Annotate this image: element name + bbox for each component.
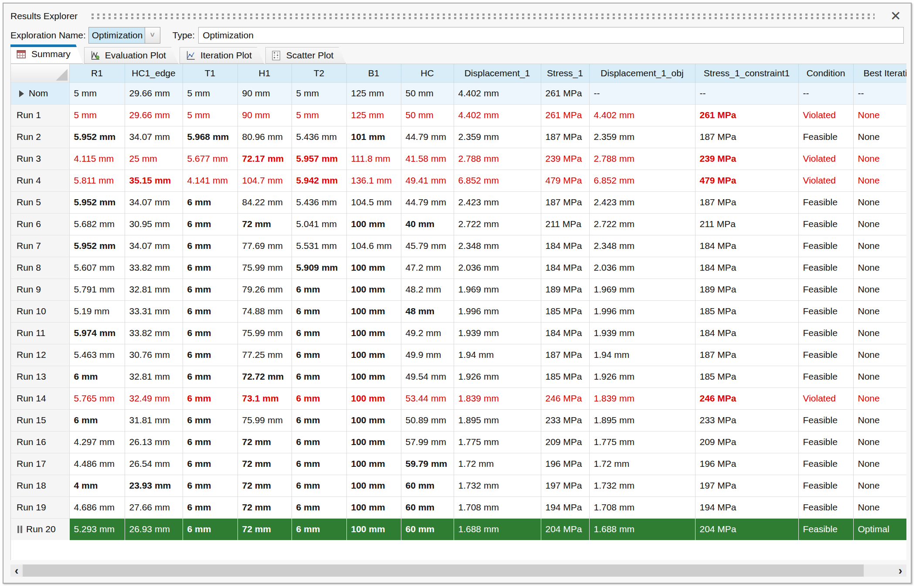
table-cell[interactable]: 4.402 mm [454, 104, 541, 126]
table-cell[interactable]: 84.22 mm [237, 191, 292, 213]
table-cell[interactable]: 72 mm [237, 453, 292, 475]
table-cell[interactable]: 59.79 mm [401, 453, 454, 475]
table-cell[interactable]: 5 mm [183, 104, 237, 126]
table-cell[interactable]: Optimal [853, 518, 906, 540]
table-cell[interactable]: 194 MPa [695, 496, 798, 518]
scroll-left-icon[interactable]: ‹ [10, 564, 23, 577]
table-cell[interactable]: 6 mm [183, 300, 237, 322]
table-cell[interactable]: Feasible [798, 431, 853, 453]
table-cell[interactable]: 6 mm [183, 257, 237, 279]
exploration-name-combobox[interactable]: Optimization ˅ [88, 27, 160, 44]
row-label[interactable]: Run 8 [11, 257, 69, 279]
table-cell[interactable]: 100 mm [346, 431, 401, 453]
table-cell[interactable]: 90 mm [237, 104, 292, 126]
table-cell[interactable]: 1.895 mm [454, 409, 541, 431]
row-label[interactable]: Run 10 [11, 300, 69, 322]
combo-dropdown-button[interactable]: ˅ [145, 27, 160, 43]
table-cell[interactable]: 30.76 mm [125, 344, 183, 366]
column-header-condition[interactable]: Condition [798, 64, 853, 82]
row-label[interactable]: Run 19 [11, 496, 69, 518]
table-cell[interactable]: 5.952 mm [69, 126, 125, 148]
table-cell[interactable]: 5.607 mm [69, 257, 125, 279]
table-cell[interactable]: None [853, 279, 906, 300]
row-label[interactable]: Run 9 [11, 279, 69, 300]
table-cell[interactable]: 6 mm [183, 366, 237, 387]
table-cell[interactable]: 100 mm [346, 475, 401, 496]
table-cell[interactable]: 1.926 mm [589, 366, 695, 387]
type-field[interactable]: Optimization [198, 27, 904, 44]
table-cell[interactable]: 6 mm [183, 475, 237, 496]
column-header-displacement_1_obj[interactable]: Displacement_1_obj [589, 64, 695, 82]
table-cell[interactable]: 77.69 mm [237, 235, 292, 257]
table-cell[interactable]: Feasible [798, 213, 853, 235]
table-row-run-12[interactable]: Run 125.463 mm30.76 mm6 mm77.25 mm6 mm10… [11, 344, 906, 366]
table-cell[interactable]: 6 mm [69, 409, 125, 431]
table-cell[interactable]: 196 MPa [695, 453, 798, 475]
table-cell[interactable]: 479 MPa [541, 170, 589, 191]
table-cell[interactable]: 233 MPa [695, 409, 798, 431]
table-cell[interactable]: 6 mm [183, 387, 237, 409]
table-cell[interactable]: Feasible [798, 279, 853, 300]
table-cell[interactable]: 4.297 mm [69, 431, 125, 453]
table-cell[interactable]: 1.688 mm [589, 518, 695, 540]
table-cell[interactable]: 185 MPa [695, 300, 798, 322]
table-cell[interactable]: 1.708 mm [454, 496, 541, 518]
table-cell[interactable]: 72 mm [237, 213, 292, 235]
table-cell[interactable]: 5.293 mm [69, 518, 125, 540]
table-cell[interactable]: 74.88 mm [237, 300, 292, 322]
table-cell[interactable]: 6 mm [292, 453, 346, 475]
table-cell[interactable]: 2.036 mm [589, 257, 695, 279]
row-label[interactable]: Run 5 [11, 191, 69, 213]
table-cell[interactable]: None [853, 322, 906, 344]
table-cell[interactable]: 4 mm [69, 475, 125, 496]
table-cell[interactable]: Feasible [798, 453, 853, 475]
table-cell[interactable]: 233 MPa [541, 409, 589, 431]
table-cell[interactable]: 60 mm [401, 496, 454, 518]
tab-scatter-plot[interactable]: Scatter Plot [265, 47, 346, 64]
table-cell[interactable]: 197 MPa [541, 475, 589, 496]
table-cell[interactable]: 75.99 mm [237, 322, 292, 344]
table-row-run-2[interactable]: Run 25.952 mm34.07 mm5.968 mm80.96 mm5.4… [11, 126, 906, 148]
table-cell[interactable]: 100 mm [346, 257, 401, 279]
table-cell[interactable]: 184 MPa [541, 257, 589, 279]
table-cell[interactable]: 204 MPa [541, 518, 589, 540]
table-cell[interactable]: 26.54 mm [125, 453, 183, 475]
table-cell[interactable]: None [853, 453, 906, 475]
column-header-hc[interactable]: HC [401, 64, 454, 82]
table-cell[interactable]: 261 MPa [541, 82, 589, 104]
table-cell[interactable]: 1.688 mm [454, 518, 541, 540]
play-icon[interactable] [19, 90, 24, 97]
table-cell[interactable]: None [853, 104, 906, 126]
column-header-stress_1_constraint1[interactable]: Stress_1_constraint1 [695, 64, 798, 82]
table-cell[interactable]: 1.996 mm [589, 300, 695, 322]
table-cell[interactable]: -- [589, 82, 695, 104]
row-label[interactable]: Run 11 [11, 322, 69, 344]
table-cell[interactable]: 6 mm [183, 409, 237, 431]
row-label[interactable]: Run 16 [11, 431, 69, 453]
table-cell[interactable]: 185 MPa [695, 366, 798, 387]
table-cell[interactable]: 44.79 mm [401, 126, 454, 148]
table-cell[interactable]: 6 mm [292, 344, 346, 366]
table-cell[interactable]: 2.722 mm [589, 213, 695, 235]
table-cell[interactable]: None [853, 213, 906, 235]
table-cell[interactable]: 6 mm [292, 518, 346, 540]
table-cell[interactable]: 211 MPa [695, 213, 798, 235]
table-cell[interactable]: 29.66 mm [125, 104, 183, 126]
table-cell[interactable]: 6 mm [183, 431, 237, 453]
table-cell[interactable]: 6 mm [292, 366, 346, 387]
table-cell[interactable]: None [853, 191, 906, 213]
table-cell[interactable]: 1.708 mm [589, 496, 695, 518]
table-cell[interactable]: 73.1 mm [237, 387, 292, 409]
table-cell[interactable]: 125 mm [346, 82, 401, 104]
table-cell[interactable]: 32.49 mm [125, 387, 183, 409]
table-cell[interactable]: 6 mm [292, 496, 346, 518]
table-cell[interactable]: None [853, 475, 906, 496]
table-cell[interactable]: Feasible [798, 475, 853, 496]
table-cell[interactable]: 26.13 mm [125, 431, 183, 453]
table-cell[interactable]: 196 MPa [541, 453, 589, 475]
column-header-hc1_edge[interactable]: HC1_edge [125, 64, 183, 82]
table-cell[interactable]: 2.359 mm [589, 126, 695, 148]
table-cell[interactable]: 29.66 mm [125, 82, 183, 104]
table-cell[interactable]: 2.423 mm [589, 191, 695, 213]
table-cell[interactable]: 72 mm [237, 518, 292, 540]
